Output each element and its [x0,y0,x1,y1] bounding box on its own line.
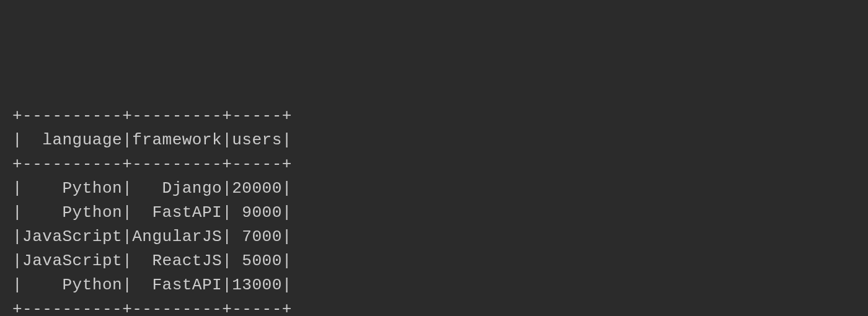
table-border-top: +----------+---------+-----+ [12,107,292,125]
table-row: |JavaScript|AngularJS| 7000| [12,227,292,246]
table-border-bottom: +----------+---------+-----+ [12,300,292,316]
ascii-table: +----------+---------+-----+ | language|… [12,104,856,316]
table-header-row: | language|framework|users| [12,131,292,149]
table-row: | Python| FastAPI| 9000| [12,203,292,222]
table-row: | Python| Django|20000| [12,179,292,198]
table-row: |JavaScript| ReactJS| 5000| [12,252,292,270]
table-row: | Python| FastAPI|13000| [12,276,292,294]
table-border-mid: +----------+---------+-----+ [12,155,292,173]
